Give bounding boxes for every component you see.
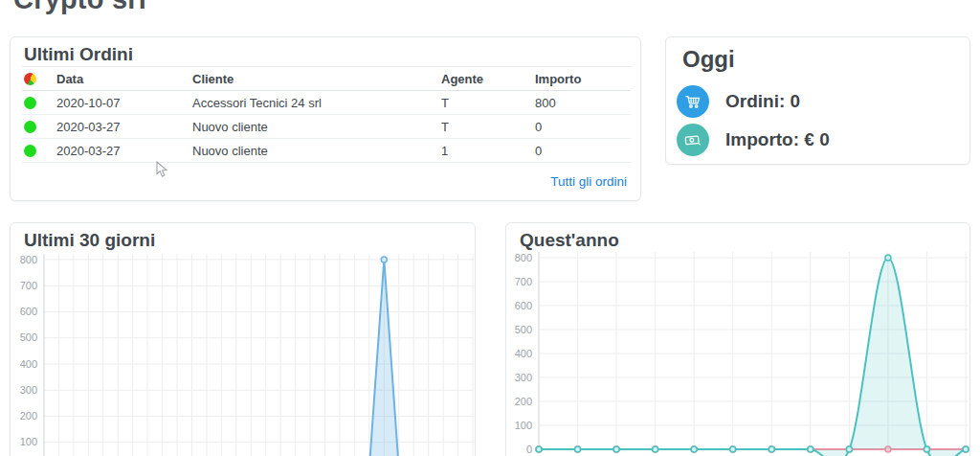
latest-orders-title: Ultimi Ordini: [24, 44, 133, 65]
orders-table: Data Cliente Agente Importo 2020-10-07 A…: [22, 66, 631, 163]
cell-data: 2020-03-27: [56, 120, 192, 134]
cell-agente: 1: [441, 144, 535, 158]
svg-text:0: 0: [526, 444, 532, 455]
amount-stat: Importo: € 0: [677, 124, 830, 156]
svg-text:600: 600: [20, 306, 37, 317]
this-year-chart[interactable]: 8007006005004003002001000: [508, 252, 969, 456]
header-agente: Agente: [441, 72, 535, 86]
header-cliente: Cliente: [192, 72, 441, 86]
svg-text:200: 200: [515, 396, 532, 407]
status-dot-icon: [24, 145, 36, 157]
last-30-days-title: Ultimi 30 giorni: [24, 230, 155, 251]
cell-data: 2020-03-27: [56, 144, 192, 158]
cell-cliente: Accessori Tecnici 24 srl: [192, 96, 441, 110]
cell-agente: T: [441, 96, 535, 110]
last-30-days-chart-card: Ultimi 30 giorni 80070060050040030020010…: [10, 222, 476, 456]
header-data: Data: [56, 72, 192, 86]
cell-importo: 0: [535, 120, 631, 134]
page-title: Crypto srl: [13, 0, 146, 15]
cell-data: 2020-10-07: [56, 96, 192, 110]
amount-stat-label: Importo: € 0: [725, 129, 830, 150]
orders-table-header: Data Cliente Agente Importo: [22, 67, 631, 91]
svg-text:300: 300: [20, 384, 37, 396]
table-row[interactable]: 2020-10-07 Accessori Tecnici 24 srl T 80…: [22, 91, 631, 115]
cell-importo: 800: [535, 96, 631, 110]
cart-icon: [677, 85, 709, 118]
svg-text:100: 100: [515, 420, 532, 431]
svg-text:700: 700: [515, 276, 532, 287]
today-title: Oggi: [682, 46, 735, 73]
svg-text:500: 500: [20, 331, 37, 343]
status-dot-icon: [24, 121, 36, 133]
status-pie-icon: [24, 73, 36, 85]
svg-text:800: 800: [515, 252, 532, 263]
cell-importo: 0: [535, 144, 631, 158]
table-row[interactable]: 2020-03-27 Nuovo cliente T 0: [22, 115, 631, 139]
cell-agente: T: [441, 120, 535, 134]
cell-cliente: Nuovo cliente: [192, 120, 441, 134]
svg-text:400: 400: [20, 358, 37, 370]
today-card: Oggi Ordini: 0 Importo: € 0: [665, 36, 970, 165]
svg-text:700: 700: [20, 280, 37, 291]
svg-text:500: 500: [515, 324, 532, 335]
all-orders-link[interactable]: Tutti gli ordini: [550, 174, 627, 189]
orders-stat: Ordini: 0: [677, 85, 800, 118]
this-year-title: Quest'anno: [520, 230, 619, 251]
svg-text:300: 300: [515, 372, 532, 383]
this-year-chart-card: Quest'anno 8007006005004003002001000: [505, 222, 970, 456]
orders-stat-label: Ordini: 0: [725, 91, 800, 112]
latest-orders-card: Ultimi Ordini Data Cliente Agente Import…: [10, 36, 641, 201]
status-dot-icon: [24, 97, 36, 109]
banknote-icon: [677, 124, 709, 156]
svg-text:400: 400: [515, 348, 532, 359]
cell-cliente: Nuovo cliente: [192, 144, 441, 158]
svg-text:600: 600: [515, 300, 532, 311]
last-30-days-chart[interactable]: 8007006005004003002001000: [12, 252, 475, 456]
svg-text:200: 200: [20, 410, 37, 422]
table-row[interactable]: 2020-03-27 Nuovo cliente 1 0: [22, 139, 631, 163]
header-importo: Importo: [535, 72, 631, 86]
svg-text:800: 800: [20, 254, 37, 265]
svg-text:100: 100: [20, 436, 37, 447]
